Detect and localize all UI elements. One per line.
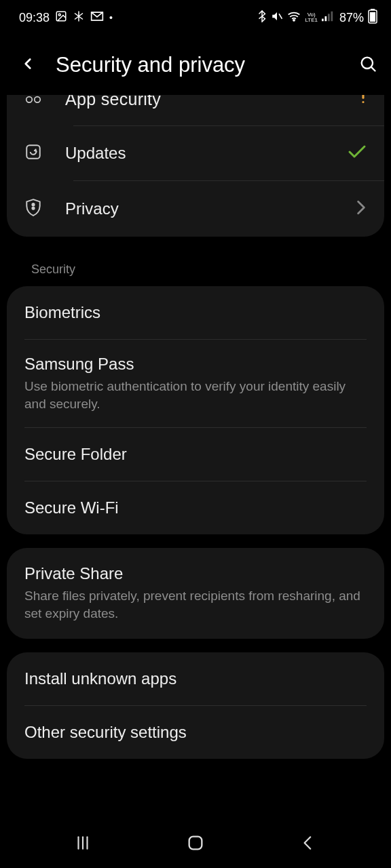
other-security-label: Other security settings <box>24 723 367 742</box>
bluetooth-icon <box>257 10 267 26</box>
svg-rect-17 <box>26 145 40 159</box>
svg-line-12 <box>371 67 375 71</box>
app-security-icon <box>24 95 42 106</box>
samsung-pass-label: Samsung Pass <box>24 355 367 374</box>
svg-point-3 <box>293 19 295 20</box>
page-title: Security and privacy <box>56 53 358 77</box>
warning-dot-icon <box>360 95 367 106</box>
battery-icon <box>368 9 377 27</box>
signal-icon <box>322 11 334 25</box>
app-header: Security and privacy <box>0 35 391 95</box>
samsung-pass-sub: Use biometric authentication to verify y… <box>24 378 367 412</box>
home-icon[interactable] <box>186 833 205 855</box>
secure-wifi-label: Secure Wi-Fi <box>24 498 367 517</box>
updates-label: Updates <box>65 144 342 163</box>
row-other-security[interactable]: Other security settings <box>7 706 384 759</box>
back-icon[interactable] <box>19 55 37 75</box>
svg-rect-4 <box>322 18 324 21</box>
security-card: Biometrics Samsung Pass Use biometric au… <box>7 286 384 534</box>
row-private-share[interactable]: Private Share Share files privately, pre… <box>7 548 384 638</box>
svg-point-16 <box>362 100 364 102</box>
svg-rect-7 <box>331 11 333 20</box>
top-status-card: App security Updates <box>7 95 384 237</box>
recents-icon[interactable] <box>74 834 92 854</box>
row-samsung-pass[interactable]: Samsung Pass Use biometric authenticatio… <box>7 340 384 427</box>
row-updates[interactable]: Updates <box>7 126 384 180</box>
row-app-security[interactable]: App security <box>7 95 384 125</box>
svg-rect-6 <box>328 14 330 21</box>
svg-rect-23 <box>189 837 202 850</box>
svg-rect-15 <box>362 95 364 98</box>
app-security-label: App security <box>65 95 342 109</box>
svg-point-13 <box>26 96 33 102</box>
private-share-card: Private Share Share files privately, pre… <box>7 548 384 638</box>
row-privacy[interactable]: Privacy <box>7 181 384 237</box>
svg-point-18 <box>32 203 34 205</box>
private-share-sub: Share files privately, prevent recipient… <box>24 587 367 622</box>
privacy-label: Privacy <box>65 199 342 218</box>
navigation-bar <box>0 821 391 868</box>
svg-rect-5 <box>324 16 327 21</box>
other-settings-card: Install unknown apps Other security sett… <box>7 652 384 759</box>
svg-point-1 <box>58 14 60 16</box>
nav-back-icon[interactable] <box>299 834 317 854</box>
section-label-security: Security <box>7 250 384 286</box>
mute-icon <box>271 10 283 26</box>
privacy-shield-icon <box>24 198 42 220</box>
svg-point-14 <box>35 96 41 102</box>
battery-percentage: 87% <box>339 11 364 25</box>
gallery-icon <box>55 10 67 26</box>
volte-icon: Vo)LTE1 <box>305 12 318 23</box>
row-install-unknown[interactable]: Install unknown apps <box>7 652 384 705</box>
status-bar: 09:38 • Vo)LTE1 87% <box>0 0 391 35</box>
status-time: 09:38 <box>19 11 50 25</box>
wifi-icon <box>287 11 301 25</box>
chevron-right-icon <box>356 200 367 218</box>
dot-icon: • <box>109 12 113 23</box>
search-icon[interactable] <box>358 54 377 76</box>
row-biometrics[interactable]: Biometrics <box>7 286 384 339</box>
row-secure-wifi[interactable]: Secure Wi-Fi <box>7 481 384 534</box>
private-share-label: Private Share <box>24 564 367 583</box>
svg-rect-10 <box>370 12 375 22</box>
gmail-icon <box>90 11 104 25</box>
check-icon <box>348 144 367 162</box>
svg-line-2 <box>279 14 282 19</box>
svg-point-19 <box>32 207 34 209</box>
snowflake-icon <box>73 10 85 26</box>
biometrics-label: Biometrics <box>24 303 367 322</box>
install-unknown-label: Install unknown apps <box>24 669 367 688</box>
row-secure-folder[interactable]: Secure Folder <box>7 428 384 481</box>
secure-folder-label: Secure Folder <box>24 445 367 464</box>
updates-icon <box>24 143 42 163</box>
